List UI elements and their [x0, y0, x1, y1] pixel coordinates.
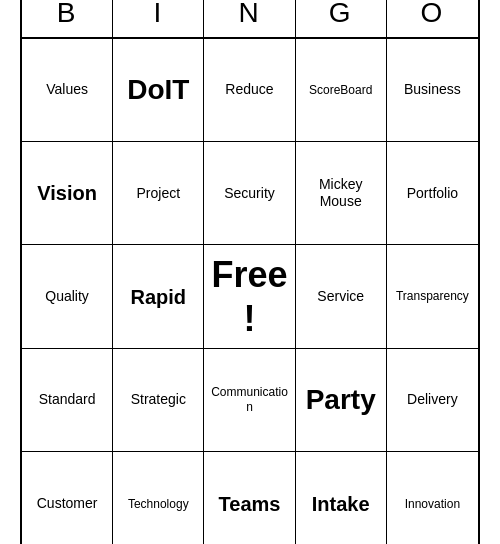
bingo-cell[interactable]: Reduce — [204, 39, 295, 142]
bingo-cell[interactable]: Party — [296, 349, 387, 452]
bingo-cell[interactable]: DoIT — [113, 39, 204, 142]
bingo-cell[interactable]: Intake — [296, 452, 387, 544]
header-letter: N — [204, 0, 295, 37]
bingo-grid: ValuesDoITReduceScoreBoardBusinessVision… — [22, 39, 478, 544]
header-letter: I — [113, 0, 204, 37]
bingo-cell[interactable]: Rapid — [113, 245, 204, 348]
header-letter: B — [22, 0, 113, 37]
bingo-cell[interactable]: Security — [204, 142, 295, 245]
bingo-cell[interactable]: Values — [22, 39, 113, 142]
bingo-cell[interactable]: Quality — [22, 245, 113, 348]
bingo-cell[interactable]: Teams — [204, 452, 295, 544]
bingo-cell[interactable]: Service — [296, 245, 387, 348]
bingo-cell[interactable]: Portfolio — [387, 142, 478, 245]
bingo-cell[interactable]: Delivery — [387, 349, 478, 452]
bingo-header: BINGO — [22, 0, 478, 39]
bingo-cell[interactable]: Mickey Mouse — [296, 142, 387, 245]
bingo-cell[interactable]: Standard — [22, 349, 113, 452]
bingo-cell[interactable]: Communication — [204, 349, 295, 452]
bingo-card: BINGO ValuesDoITReduceScoreBoardBusiness… — [20, 0, 480, 544]
bingo-cell[interactable]: Innovation — [387, 452, 478, 544]
bingo-cell[interactable]: Business — [387, 39, 478, 142]
bingo-cell[interactable]: Project — [113, 142, 204, 245]
header-letter: O — [387, 0, 478, 37]
bingo-cell[interactable]: Transparency — [387, 245, 478, 348]
bingo-cell[interactable]: Customer — [22, 452, 113, 544]
bingo-cell[interactable]: Strategic — [113, 349, 204, 452]
bingo-cell[interactable]: Vision — [22, 142, 113, 245]
bingo-cell[interactable]: Free! — [204, 245, 295, 348]
bingo-cell[interactable]: ScoreBoard — [296, 39, 387, 142]
header-letter: G — [296, 0, 387, 37]
bingo-cell[interactable]: Technology — [113, 452, 204, 544]
